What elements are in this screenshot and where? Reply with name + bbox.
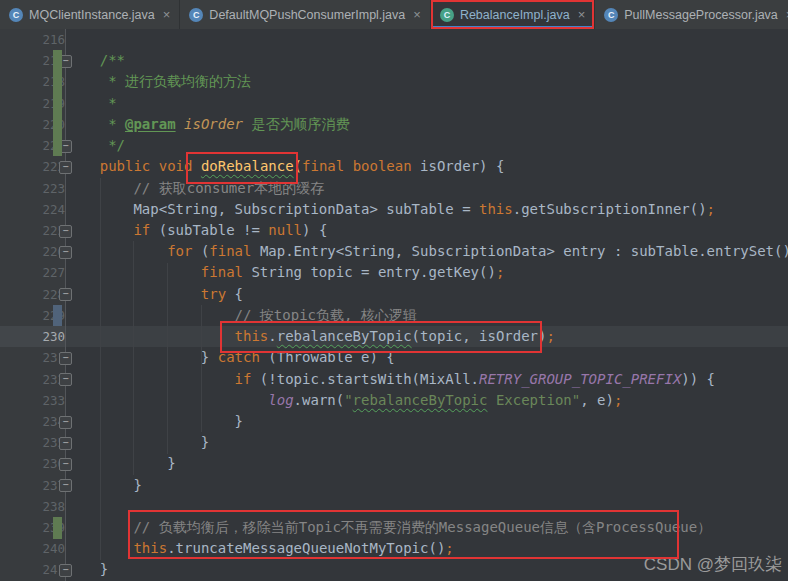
gutter: 221 <box>0 135 66 156</box>
code-line-232[interactable]: 232 if (!topic.startsWith(MixAll.RETRY_G… <box>0 369 788 390</box>
code-line-235[interactable]: 235 } <box>0 432 788 453</box>
fold-end-icon[interactable]: − <box>59 416 72 429</box>
line-number[interactable]: 218 <box>23 71 65 92</box>
code-text[interactable]: final String topic = entry.getKey(); <box>66 262 504 283</box>
code-line-216[interactable]: 216 <box>0 29 788 50</box>
code-text[interactable]: // 按topic负载, 核心逻辑 <box>66 305 417 326</box>
code-text[interactable]: /** <box>66 50 125 71</box>
fold-end-icon[interactable]: − <box>59 564 72 577</box>
gutter: 235 <box>0 432 66 453</box>
fold-end-icon[interactable]: − <box>59 437 72 450</box>
gutter: 240 <box>0 538 66 559</box>
tab-pullmessageprocessor[interactable]: C PullMessageProcessor.java × <box>595 0 788 29</box>
gutter: 226 <box>0 241 66 262</box>
code-line-224[interactable]: 224 Map<String, SubscriptionData> subTab… <box>0 199 788 220</box>
code-line-234[interactable]: 234 } <box>0 411 788 432</box>
gutter: 231 <box>0 347 66 368</box>
code-text[interactable]: } catch (Throwable e) { <box>66 347 395 368</box>
fold-start-icon[interactable]: − <box>59 161 72 174</box>
code-line-222[interactable]: 222 public void doRebalance(final boolea… <box>0 156 788 177</box>
fold-start-icon[interactable]: − <box>59 55 72 68</box>
code-line-239[interactable]: 239 // 负载均衡后，移除当前Topic不再需要消费的MessageQueu… <box>0 517 788 538</box>
gutter: 229 <box>0 305 66 326</box>
code-text[interactable]: */ <box>66 135 125 156</box>
fold-end-icon[interactable]: − <box>59 479 72 492</box>
code-text[interactable]: if (subTable != null) { <box>66 220 327 241</box>
tab-rebalanceimpl[interactable]: C RebalanceImpl.java × <box>431 0 595 29</box>
code-line-227[interactable]: 227 final String topic = entry.getKey(); <box>0 262 788 283</box>
fold-start-icon[interactable]: − <box>59 288 72 301</box>
line-number[interactable]: 219 <box>23 93 65 114</box>
code-text[interactable]: } <box>66 411 243 432</box>
code-text[interactable]: Map<String, SubscriptionData> subTable =… <box>66 199 715 220</box>
code-line-230[interactable]: 230 this.rebalanceByTopic(topic, isOrder… <box>0 326 788 347</box>
code-text[interactable]: } <box>66 559 108 580</box>
code-line-220[interactable]: 220 * @param isOrder 是否为顺序消费 <box>0 114 788 135</box>
code-line-219[interactable]: 219 * <box>0 93 788 114</box>
tab-label: PullMessageProcessor.java <box>624 8 778 22</box>
code-line-225[interactable]: 225 if (subTable != null) { <box>0 220 788 241</box>
code-line-217[interactable]: 217 /** <box>0 50 788 71</box>
gutter: 237 <box>0 475 66 496</box>
code-text[interactable]: this.rebalanceByTopic(topic, isOrder); <box>66 326 555 347</box>
code-text[interactable]: * @param isOrder 是否为顺序消费 <box>66 114 349 135</box>
line-number[interactable]: 216 <box>23 29 65 50</box>
line-number[interactable]: 229 <box>23 305 65 326</box>
fold-start-icon[interactable]: − <box>59 246 72 259</box>
close-icon[interactable]: × <box>413 8 421 21</box>
code-text[interactable]: * 进行负载均衡的方法 <box>66 71 251 92</box>
code-text[interactable]: * <box>66 93 117 114</box>
fold-end-icon[interactable]: − <box>59 352 72 365</box>
line-number[interactable]: 238 <box>23 496 65 517</box>
fold-start-icon[interactable]: − <box>59 225 72 238</box>
line-number[interactable]: 224 <box>23 199 65 220</box>
code-text[interactable]: if (!topic.startsWith(MixAll.RETRY_GROUP… <box>66 369 715 390</box>
line-number[interactable]: 223 <box>23 178 65 199</box>
code-editor[interactable]: 216217 /**218 * 进行负载均衡的方法219 *220 * @par… <box>0 29 788 581</box>
code-text[interactable]: // 负载均衡后，移除当前Topic不再需要消费的MessageQueue信息（… <box>66 517 711 538</box>
code-text[interactable]: // 获取consumer本地的缓存 <box>66 178 324 199</box>
code-text[interactable]: log.warn("rebalanceByTopic Exception", e… <box>66 390 622 411</box>
fold-end-icon[interactable]: − <box>59 140 72 153</box>
fold-end-icon[interactable]: − <box>59 458 72 471</box>
code-line-231[interactable]: 231 } catch (Throwable e) { <box>0 347 788 368</box>
close-icon[interactable]: × <box>163 8 171 21</box>
gutter: 217 <box>0 50 66 71</box>
code-text[interactable]: } <box>66 453 176 474</box>
gutter: 230 <box>0 326 66 347</box>
watermark: CSDN @梦回玖柒 <box>644 553 782 576</box>
editor-tab-bar: C MQClientInstance.java × C DefaultMQPus… <box>0 0 788 29</box>
line-number[interactable]: 239 <box>23 517 65 538</box>
java-class-icon: C <box>9 8 23 22</box>
code-text[interactable]: } <box>66 432 209 453</box>
line-number[interactable]: 227 <box>23 262 65 283</box>
code-line-229[interactable]: 229 // 按topic负载, 核心逻辑 <box>0 305 788 326</box>
code-line-233[interactable]: 233 log.warn("rebalanceByTopic Exception… <box>0 390 788 411</box>
line-number[interactable]: 230 <box>23 326 65 347</box>
line-number[interactable]: 240 <box>23 538 65 559</box>
gutter: 218 <box>0 71 66 92</box>
code-line-236[interactable]: 236 } <box>0 453 788 474</box>
code-line-238[interactable]: 238 <box>0 496 788 517</box>
tab-defaultmqpushconsumerimpl[interactable]: C DefaultMQPushConsumerImpl.java × <box>180 0 431 29</box>
code-text[interactable]: for (final Map.Entry<String, Subscriptio… <box>66 241 788 262</box>
code-text[interactable]: this.truncateMessageQueueNotMyTopic(); <box>66 538 454 559</box>
code-line-223[interactable]: 223 // 获取consumer本地的缓存 <box>0 178 788 199</box>
code-line-226[interactable]: 226 for (final Map.Entry<String, Subscri… <box>0 241 788 262</box>
code-line-228[interactable]: 228 try { <box>0 284 788 305</box>
tab-mqclientinstance[interactable]: C MQClientInstance.java × <box>0 0 180 29</box>
close-icon[interactable]: × <box>578 8 586 21</box>
code-text[interactable]: try { <box>66 284 243 305</box>
code-text[interactable]: } <box>66 475 142 496</box>
code-text[interactable]: public void doRebalance(final boolean is… <box>66 156 504 177</box>
line-number[interactable]: 233 <box>23 390 65 411</box>
code-line-237[interactable]: 237 } <box>0 475 788 496</box>
code-line-221[interactable]: 221 */ <box>0 135 788 156</box>
fold-start-icon[interactable]: − <box>59 373 72 386</box>
java-class-icon: C <box>440 8 454 22</box>
gutter: 219 <box>0 93 66 114</box>
gutter: 224 <box>0 199 66 220</box>
code-line-218[interactable]: 218 * 进行负载均衡的方法 <box>0 71 788 92</box>
line-number[interactable]: 220 <box>23 114 65 135</box>
gutter: 241 <box>0 559 66 580</box>
